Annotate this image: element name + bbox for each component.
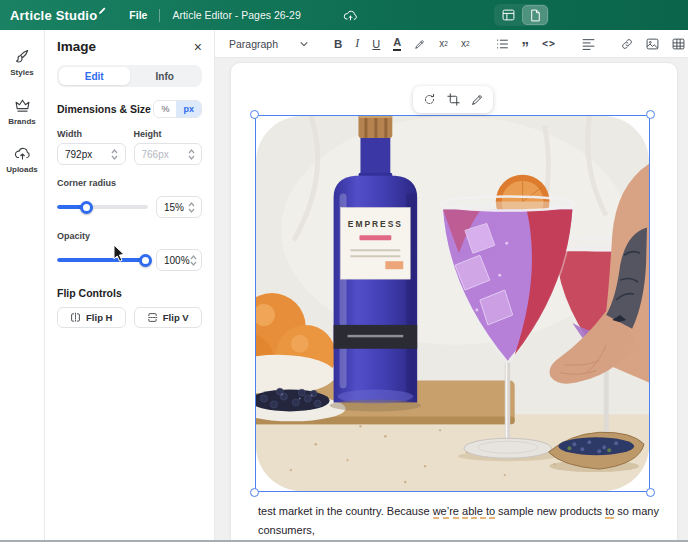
stepper-down-icon[interactable] bbox=[111, 155, 118, 160]
link-icon bbox=[621, 38, 633, 50]
code-button[interactable]: <> bbox=[542, 38, 556, 49]
panel-tabs: Edit Info bbox=[57, 65, 202, 87]
opacity-field[interactable]: 100% bbox=[156, 249, 202, 271]
corner-radius-label: Corner radius bbox=[57, 178, 202, 188]
width-value: 792px bbox=[65, 149, 109, 160]
stepper-up-icon[interactable] bbox=[188, 149, 195, 154]
edit-pencil-icon[interactable] bbox=[471, 93, 484, 106]
height-field[interactable]: 766px bbox=[134, 143, 203, 165]
flip-v-label: Flip V bbox=[163, 312, 189, 323]
slider-thumb[interactable] bbox=[139, 254, 152, 267]
opacity-slider[interactable] bbox=[57, 254, 148, 267]
pen-icon bbox=[98, 6, 107, 15]
image-selection[interactable]: EMPRESS bbox=[255, 115, 650, 492]
sidebar-rail: Styles Brands Uploads bbox=[0, 30, 45, 542]
file-menu[interactable]: File bbox=[129, 9, 147, 21]
underline-button[interactable]: U bbox=[372, 38, 380, 50]
corner-radius-value: 15% bbox=[164, 202, 185, 213]
opacity-stepper[interactable] bbox=[190, 255, 197, 266]
app-logo: Article Studio bbox=[10, 8, 107, 23]
height-stepper[interactable] bbox=[185, 149, 197, 160]
crown-icon bbox=[14, 97, 31, 114]
corner-radius-slider[interactable] bbox=[57, 201, 148, 214]
tab-info[interactable]: Info bbox=[130, 67, 201, 85]
table-icon bbox=[672, 38, 685, 50]
highlight-button[interactable] bbox=[414, 38, 426, 50]
image-toolbar bbox=[413, 86, 493, 113]
height-value: 766px bbox=[142, 149, 186, 160]
bold-button[interactable]: B bbox=[334, 38, 342, 50]
resize-handle-top-left[interactable] bbox=[250, 110, 259, 119]
sidebar-item-label: Uploads bbox=[6, 165, 38, 174]
resize-handle-top-right[interactable] bbox=[646, 110, 655, 119]
sidebar-item-label: Brands bbox=[8, 117, 36, 126]
upload-cloud-icon bbox=[14, 146, 31, 162]
width-field[interactable]: 792px bbox=[57, 143, 126, 165]
cloud-sync-icon[interactable] bbox=[343, 9, 358, 22]
unit-toggle: % px bbox=[153, 100, 202, 118]
superscript-button[interactable]: x2 bbox=[439, 38, 448, 49]
stepper-down-icon[interactable] bbox=[188, 208, 195, 213]
view-toggle bbox=[494, 4, 549, 26]
app-title: Article Studio bbox=[10, 8, 97, 23]
unit-px[interactable]: px bbox=[176, 101, 201, 117]
stepper-up-icon[interactable] bbox=[190, 255, 197, 260]
dimensions-heading: Dimensions & Size bbox=[57, 103, 151, 115]
editor-area: Paragraph B I U A x2 x2 bbox=[215, 30, 688, 542]
top-bar: Article Studio File Article Editor - Pag… bbox=[0, 0, 688, 30]
close-icon[interactable]: × bbox=[194, 40, 202, 54]
table-button[interactable] bbox=[672, 38, 685, 50]
align-button[interactable] bbox=[582, 38, 595, 50]
image-button[interactable] bbox=[646, 38, 659, 50]
paragraph-style-dropdown[interactable]: Paragraph bbox=[229, 38, 308, 50]
document-view-icon[interactable] bbox=[523, 6, 547, 24]
quote-button[interactable]: ” bbox=[522, 38, 530, 50]
text-color-button[interactable]: A bbox=[393, 36, 401, 50]
opacity-label: Opacity bbox=[57, 231, 202, 241]
subscript-button[interactable]: x2 bbox=[461, 38, 470, 49]
opacity-value: 100% bbox=[164, 255, 190, 266]
image-panel: Image × Edit Info Dimensions & Size % px… bbox=[45, 30, 215, 542]
link-button[interactable] bbox=[621, 38, 633, 50]
sidebar-item-styles[interactable]: Styles bbox=[10, 48, 34, 77]
corner-radius-field[interactable]: 15% bbox=[156, 196, 202, 218]
image-icon bbox=[646, 38, 659, 50]
italic-button[interactable]: I bbox=[355, 36, 359, 51]
flip-v-button[interactable]: Flip V bbox=[134, 307, 203, 328]
width-stepper[interactable] bbox=[109, 149, 121, 160]
highlighter-icon bbox=[414, 38, 426, 50]
document-canvas: EMPRESS bbox=[215, 58, 688, 542]
flip-h-icon bbox=[70, 312, 81, 323]
format-toolbar: Paragraph B I U A x2 x2 bbox=[215, 30, 688, 58]
replace-image-icon[interactable] bbox=[423, 93, 436, 106]
sidebar-item-brands[interactable]: Brands bbox=[8, 97, 36, 126]
tab-edit[interactable]: Edit bbox=[59, 67, 130, 85]
stepper-down-icon[interactable] bbox=[190, 261, 197, 266]
list-button[interactable] bbox=[496, 38, 509, 50]
article-body-text[interactable]: test market in the country. Because we’r… bbox=[258, 502, 664, 542]
stepper-up-icon[interactable] bbox=[188, 202, 195, 207]
stepper-up-icon[interactable] bbox=[111, 149, 118, 154]
align-left-icon bbox=[582, 38, 595, 50]
bottle-label-text: EMPRESS bbox=[348, 219, 403, 229]
resize-handle-bottom-right[interactable] bbox=[646, 488, 655, 497]
sidebar-item-label: Styles bbox=[10, 68, 34, 77]
slider-thumb[interactable] bbox=[80, 201, 93, 214]
crop-icon[interactable] bbox=[447, 93, 460, 106]
brush-icon bbox=[13, 48, 30, 65]
flip-h-label: Flip H bbox=[86, 312, 112, 323]
article-image[interactable]: EMPRESS bbox=[256, 116, 649, 491]
resize-handle-bottom-left[interactable] bbox=[250, 488, 259, 497]
paragraph-style-label: Paragraph bbox=[229, 38, 278, 50]
stepper-down-icon[interactable] bbox=[188, 155, 195, 160]
flip-h-button[interactable]: Flip H bbox=[57, 307, 126, 328]
window-view-icon[interactable] bbox=[496, 6, 520, 24]
list-icon bbox=[496, 38, 509, 50]
unit-percent[interactable]: % bbox=[154, 101, 176, 117]
app: Article Studio File Article Editor - Pag… bbox=[0, 0, 688, 542]
breadcrumb: Article Editor - Pages 26-29 bbox=[172, 9, 300, 21]
sidebar-item-uploads[interactable]: Uploads bbox=[6, 146, 38, 174]
corner-stepper[interactable] bbox=[185, 202, 197, 213]
flip-controls-heading: Flip Controls bbox=[57, 287, 202, 299]
text-line-1[interactable]: test market in the country. Because we’r… bbox=[258, 502, 664, 540]
